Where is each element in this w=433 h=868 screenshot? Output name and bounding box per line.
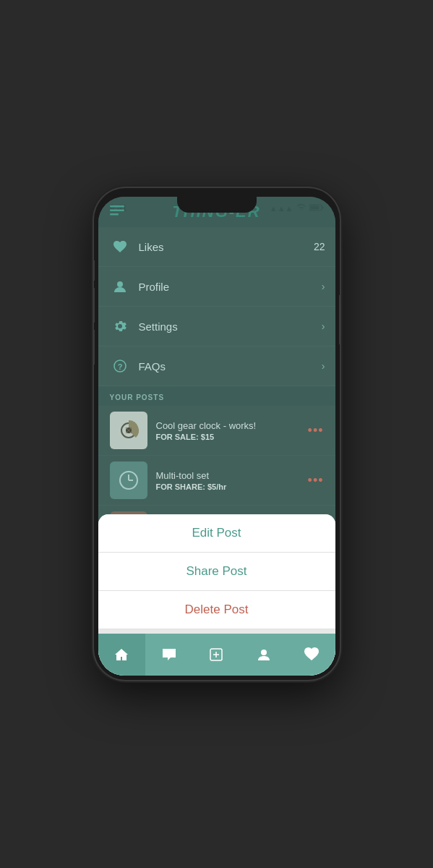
bottom-nav <box>98 634 335 676</box>
volume-up-button[interactable] <box>94 288 95 323</box>
post-item-1[interactable]: Cool gear clock - works! FOR SALE: $15 •… <box>98 406 335 456</box>
menu-item-profile[interactable]: Profile › <box>98 267 335 307</box>
post-thumb-1 <box>110 412 147 449</box>
svg-text:?: ? <box>117 362 122 371</box>
post-title-1: Cool gear clock - works! <box>156 420 308 431</box>
post-price-2: FOR SHARE: $5/hr <box>156 482 308 491</box>
settings-icon <box>110 316 130 336</box>
posts-section-label: YOUR POSTS <box>98 386 335 406</box>
volume-mute-button[interactable] <box>94 260 95 281</box>
post-thumb-2 <box>110 461 147 499</box>
profile-icon <box>110 276 130 297</box>
menu-item-faqs[interactable]: ? FAQs › <box>98 346 335 386</box>
post-more-1[interactable]: ••• <box>308 423 324 438</box>
share-post-button[interactable]: Share Post <box>98 553 335 591</box>
phone-frame: 9:41 ▲▲▲ <box>94 188 340 680</box>
notch <box>177 197 257 213</box>
post-item-2[interactable]: Multi-tool set FOR SHARE: $5/hr ••• <box>98 456 335 506</box>
post-info-1: Cool gear clock - works! FOR SALE: $15 <box>156 420 308 441</box>
nav-chat[interactable] <box>145 634 193 676</box>
faqs-chevron: › <box>322 360 325 372</box>
svg-rect-3 <box>110 205 124 208</box>
nav-favorites[interactable] <box>288 634 335 676</box>
volume-down-button[interactable] <box>94 330 95 365</box>
profile-label: Profile <box>139 281 170 293</box>
likes-icon <box>110 237 130 257</box>
svg-point-20 <box>261 650 267 655</box>
settings-chevron: › <box>322 320 325 332</box>
menu-icon[interactable] <box>110 205 124 218</box>
nav-post[interactable] <box>193 634 241 676</box>
action-sheet-overlay: Edit Post Share Post Delete Post Cancel <box>98 514 335 676</box>
edit-post-button[interactable]: Edit Post <box>98 514 335 553</box>
faqs-label: FAQs <box>139 360 166 373</box>
post-info-2: Multi-tool set FOR SHARE: $5/hr <box>156 470 308 491</box>
nav-profile[interactable] <box>240 634 288 676</box>
likes-label: Likes <box>139 241 164 253</box>
settings-label: Settings <box>139 320 178 333</box>
svg-rect-4 <box>110 210 124 212</box>
post-title-2: Multi-tool set <box>156 470 308 481</box>
profile-chevron: › <box>322 281 325 292</box>
svg-point-6 <box>117 281 123 287</box>
post-price-1: FOR SALE: $15 <box>156 433 308 441</box>
likes-badge: 22 <box>314 241 325 252</box>
menu-section: Likes 22 Profile › <box>98 227 335 386</box>
nav-home[interactable] <box>98 634 146 676</box>
menu-item-likes[interactable]: Likes 22 <box>98 227 335 267</box>
phone-screen: 9:41 ▲▲▲ <box>98 197 335 676</box>
menu-item-settings[interactable]: Settings › <box>98 307 335 346</box>
faqs-icon: ? <box>110 356 130 376</box>
delete-post-button[interactable]: Delete Post <box>98 591 335 629</box>
post-more-2[interactable]: ••• <box>308 473 324 488</box>
svg-rect-5 <box>110 213 119 216</box>
power-button[interactable] <box>339 295 340 344</box>
